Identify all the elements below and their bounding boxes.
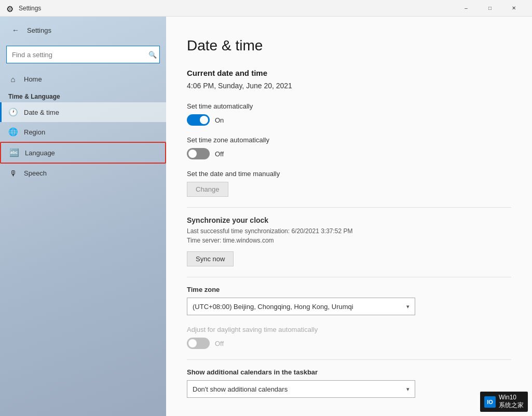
set-manually-label: Set the date and time manually — [187, 170, 511, 178]
watermark: IO Win10 系统之家 — [480, 392, 528, 412]
timezone-value: (UTC+08:00) Beijing, Chongqing, Hong Kon… — [193, 303, 353, 311]
search-input[interactable] — [6, 46, 160, 63]
toggle-thumb-off — [188, 150, 197, 158]
set-time-auto-label: Set time automatically — [187, 102, 511, 110]
titlebar: ⚙ Settings – □ ✕ — [0, 0, 532, 17]
microphone-icon: 🎙 — [8, 169, 18, 178]
daylight-toggle — [187, 338, 210, 349]
set-manually-row: Set the date and time manually Change — [187, 170, 511, 197]
settings-icon: ⚙ — [6, 4, 15, 12]
globe-icon: 🌐 — [8, 127, 18, 137]
close-button[interactable]: ✕ — [502, 0, 526, 17]
set-time-auto-toggle[interactable] — [187, 114, 210, 126]
sidebar-home-label: Home — [24, 75, 42, 83]
home-icon: ⌂ — [8, 75, 18, 84]
timezone-dropdown[interactable]: (UTC+08:00) Beijing, Chongqing, Hong Kon… — [187, 298, 415, 315]
sidebar-date-time-label: Date & time — [24, 109, 59, 116]
daylight-toggle-thumb — [188, 339, 197, 347]
section-current-title: Current date and time — [187, 69, 511, 77]
calendar-label: Show additional calendars in the taskbar — [187, 368, 511, 376]
daylight-toggle-row: Off — [187, 338, 511, 349]
sync-now-button[interactable]: Sync now — [187, 251, 234, 266]
calendar-value: Don't show additional calendars — [193, 385, 288, 393]
daylight-section: Adjust for daylight saving time automati… — [187, 326, 511, 349]
clock-icon: 🕐 — [8, 108, 18, 117]
daylight-value: Off — [215, 340, 224, 347]
set-time-auto-toggle-row: On — [187, 114, 511, 126]
search-box: 🔍 — [6, 46, 160, 63]
sidebar-item-home[interactable]: ⌂ Home — [0, 70, 166, 89]
sidebar: ← Settings 🔍 ⌂ Home Time & Language 🕐 Da… — [0, 17, 166, 416]
sidebar-nav-top: ← Settings — [0, 17, 166, 44]
sidebar-item-speech[interactable]: 🎙 Speech — [0, 164, 166, 183]
search-icon[interactable]: 🔍 — [148, 51, 157, 59]
sidebar-item-date-time[interactable]: 🕐 Date & time — [0, 102, 166, 122]
sidebar-language-label: Language — [25, 149, 55, 157]
daylight-label: Adjust for daylight saving time automati… — [187, 326, 511, 333]
timezone-section: Time zone (UTC+08:00) Beijing, Chongqing… — [187, 286, 511, 315]
sync-title: Synchronize your clock — [187, 216, 511, 224]
sync-section: Synchronize your clock Last successful t… — [187, 216, 511, 266]
sidebar-region-label: Region — [24, 128, 45, 136]
set-timezone-auto-row: Set time zone automatically Off — [187, 136, 511, 159]
page-title: Date & time — [187, 37, 511, 54]
set-time-auto-value: On — [215, 116, 224, 124]
divider-1 — [187, 207, 511, 208]
change-button[interactable]: Change — [187, 182, 228, 197]
set-time-auto-row: Set time automatically On — [187, 102, 511, 126]
minimize-button[interactable]: – — [454, 0, 478, 17]
chevron-down-icon: ▾ — [406, 303, 410, 310]
timezone-label: Time zone — [187, 286, 511, 293]
language-icon: 🔤 — [9, 148, 19, 157]
set-timezone-auto-toggle[interactable] — [187, 148, 210, 159]
sidebar-item-region[interactable]: 🌐 Region — [0, 122, 166, 142]
current-time-display: 4:06 PM, Sunday, June 20, 2021 — [187, 82, 511, 90]
toggle-thumb-on — [200, 116, 208, 124]
sync-server-info: Time server: time.windows.com — [187, 237, 511, 244]
app-layout: ← Settings 🔍 ⌂ Home Time & Language 🕐 Da… — [0, 17, 532, 416]
sync-last-info: Last successful time synchronization: 6/… — [187, 227, 511, 235]
back-button[interactable]: ← — [8, 23, 23, 37]
titlebar-title: Settings — [19, 5, 454, 12]
set-timezone-auto-toggle-row: Off — [187, 148, 511, 159]
sidebar-speech-label: Speech — [24, 169, 47, 177]
watermark-text: Win10 系统之家 — [499, 394, 524, 410]
set-timezone-auto-value: Off — [215, 150, 224, 158]
divider-2 — [187, 277, 511, 277]
divider-3 — [187, 359, 511, 360]
calendar-chevron-icon: ▾ — [406, 386, 410, 393]
calendar-dropdown[interactable]: Don't show additional calendars ▾ — [187, 380, 415, 398]
sidebar-category: Time & Language — [0, 89, 166, 102]
sidebar-app-title: Settings — [27, 26, 51, 34]
calendar-section: Show additional calendars in the taskbar… — [187, 368, 511, 398]
maximize-button[interactable]: □ — [478, 0, 502, 17]
window-controls: – □ ✕ — [454, 0, 526, 17]
watermark-logo: IO — [484, 396, 496, 408]
set-timezone-auto-label: Set time zone automatically — [187, 136, 511, 144]
sidebar-item-language[interactable]: 🔤 Language — [0, 142, 166, 164]
content-area: Date & time Current date and time 4:06 P… — [166, 17, 532, 416]
